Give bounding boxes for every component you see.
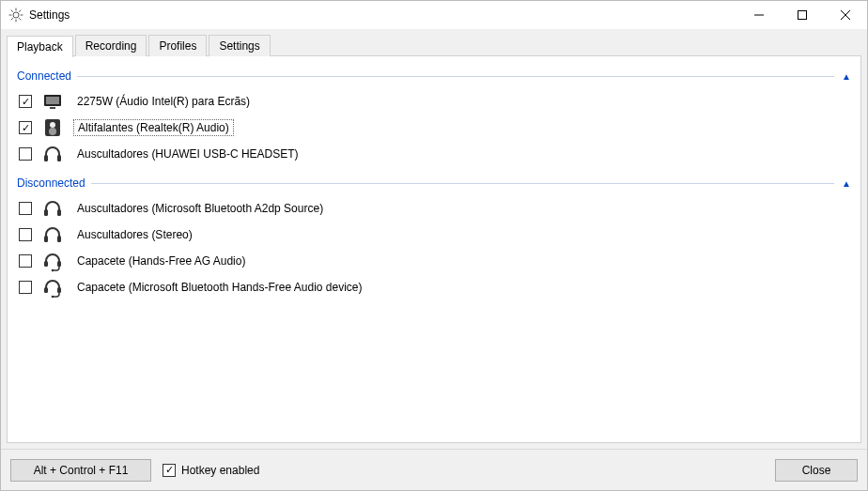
- tab-playback[interactable]: Playback: [7, 36, 73, 57]
- hotkey-input[interactable]: Alt + Control + F11: [10, 459, 151, 482]
- svg-rect-19: [44, 155, 48, 161]
- hotkey-enabled-label: Hotkey enabled: [181, 464, 259, 477]
- tab-recording[interactable]: Recording: [75, 35, 147, 56]
- speaker-icon: [41, 116, 64, 139]
- close-button[interactable]: Close: [775, 459, 858, 482]
- device-label: Capacete (Hands-Free AG Audio): [73, 253, 249, 269]
- tab-profiles[interactable]: Profiles: [148, 35, 207, 56]
- svg-rect-14: [46, 97, 59, 104]
- hotkey-enabled-checkbox[interactable]: ✓: [163, 464, 176, 477]
- device-checkbox[interactable]: [19, 202, 32, 215]
- headphones-icon: [41, 143, 64, 165]
- device-label: Altifalantes (Realtek(R) Audio): [73, 119, 234, 136]
- content-area: Playback Recording Profiles Settings Con…: [1, 29, 867, 449]
- svg-line-6: [20, 19, 22, 21]
- device-row[interactable]: Auscultadores (HUAWEI USB-C HEADSET): [17, 141, 851, 167]
- svg-rect-20: [57, 155, 61, 161]
- footer: Alt + Control + F11 ✓ Hotkey enabled Clo…: [1, 449, 867, 490]
- device-checkbox[interactable]: [19, 147, 32, 161]
- group-divider: [77, 76, 834, 77]
- device-label: Auscultadores (HUAWEI USB-C HEADSET): [73, 146, 302, 161]
- chevron-up-icon: ▲: [834, 71, 851, 82]
- tab-settings[interactable]: Settings: [209, 35, 270, 56]
- svg-point-17: [50, 122, 55, 128]
- tab-strip: Playback Recording Profiles Settings: [7, 35, 861, 56]
- device-row[interactable]: Auscultadores (Microsoft Bluetooth A2dp …: [17, 195, 851, 222]
- svg-rect-28: [44, 287, 48, 293]
- svg-point-0: [13, 12, 19, 18]
- headphones-icon: [41, 197, 64, 220]
- svg-line-7: [11, 19, 13, 21]
- hotkey-enabled-row: ✓ Hotkey enabled: [163, 464, 259, 477]
- svg-rect-10: [798, 11, 807, 20]
- svg-point-18: [49, 128, 56, 135]
- svg-rect-23: [44, 236, 48, 242]
- group-header-connected[interactable]: Connected ▲: [17, 69, 851, 83]
- headphones-icon: [41, 223, 64, 246]
- svg-point-30: [52, 296, 54, 299]
- monitor-icon: [41, 90, 64, 113]
- headset-icon: [41, 250, 64, 272]
- svg-rect-24: [57, 236, 61, 242]
- device-label: Auscultadores (Stereo): [73, 227, 196, 242]
- svg-point-27: [52, 269, 54, 272]
- device-row[interactable]: ✓ Altifalantes (Realtek(R) Audio): [17, 115, 851, 141]
- device-checkbox[interactable]: [19, 281, 32, 294]
- group-header-disconnected[interactable]: Disconnected ▲: [17, 176, 851, 190]
- gear-icon: [8, 8, 23, 23]
- device-checkbox[interactable]: ✓: [19, 95, 32, 108]
- device-checkbox[interactable]: [19, 254, 32, 268]
- device-checkbox[interactable]: ✓: [19, 121, 32, 134]
- device-label: 2275W (Áudio Intel(R) para Ecrãs): [73, 94, 254, 109]
- device-row[interactable]: Capacete (Hands-Free AG Audio): [17, 248, 851, 274]
- svg-rect-25: [44, 261, 48, 267]
- svg-rect-21: [44, 209, 48, 216]
- close-window-button[interactable]: [824, 1, 867, 29]
- svg-line-8: [20, 10, 22, 12]
- group-divider: [91, 183, 834, 184]
- group-label: Connected: [17, 69, 77, 83]
- svg-rect-26: [57, 261, 61, 267]
- svg-rect-29: [57, 287, 61, 293]
- device-label: Auscultadores (Microsoft Bluetooth A2dp …: [73, 201, 327, 216]
- minimize-button[interactable]: [737, 1, 781, 29]
- chevron-up-icon: ▲: [834, 178, 851, 189]
- device-row[interactable]: ✓ 2275W (Áudio Intel(R) para Ecrãs): [17, 88, 851, 115]
- tab-panel-playback: Connected ▲ ✓ 2275W (Áudio Intel(R) para…: [7, 55, 861, 443]
- device-row[interactable]: Capacete (Microsoft Bluetooth Hands-Free…: [17, 274, 851, 300]
- svg-line-5: [11, 10, 13, 12]
- device-label: Capacete (Microsoft Bluetooth Hands-Free…: [73, 280, 366, 295]
- device-checkbox[interactable]: [19, 228, 32, 241]
- svg-rect-22: [57, 209, 61, 216]
- titlebar: Settings: [1, 1, 867, 29]
- device-row[interactable]: Auscultadores (Stereo): [17, 222, 851, 248]
- group-label: Disconnected: [17, 176, 91, 190]
- headset-icon: [41, 276, 64, 299]
- window-title: Settings: [29, 8, 70, 22]
- svg-rect-15: [50, 107, 55, 109]
- maximize-button[interactable]: [781, 1, 824, 29]
